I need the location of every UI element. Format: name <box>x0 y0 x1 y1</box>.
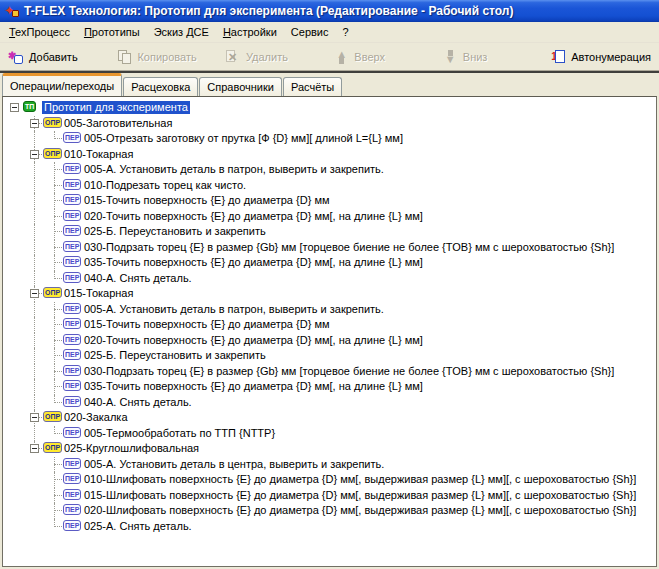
per-icon: ПЕР <box>63 365 81 376</box>
app-icon: ✦ <box>4 3 20 19</box>
window-title: T-FLEX Технология: Прототип для эксперим… <box>24 4 513 18</box>
collapse-toggle-icon[interactable] <box>30 444 39 453</box>
tree-node-label[interactable]: 030-Подрзать торец {E} в размер {Gb} мм … <box>82 365 616 378</box>
tree-node: ОПР015-Токарная <box>3 286 656 302</box>
collapse-toggle-icon[interactable] <box>30 413 39 422</box>
menu-item-servis[interactable]: Сервис <box>284 24 336 40</box>
tree-node-label[interactable]: 035-Точить поверхность {E} до диаметра {… <box>82 380 425 393</box>
per-icon: ПЕР <box>63 256 81 267</box>
per-icon: ПЕР <box>63 318 81 329</box>
tree-node-label[interactable]: 025-Б. Переустановить и закрепить <box>82 349 268 362</box>
collapse-toggle-icon[interactable] <box>30 289 39 298</box>
toolbar: ✱ДобавитьКопировать✕Удалить▲Вверх▼Вниз1А… <box>0 43 659 70</box>
tree-node-label[interactable]: 040-А. Снять деталь. <box>82 272 194 285</box>
tree-node-label[interactable]: 015-Точить поверхность {E} до диаметра {… <box>82 318 332 331</box>
tree-guide-line <box>34 178 35 194</box>
opr-icon: ОПР <box>43 442 62 453</box>
collapse-toggle-icon[interactable] <box>30 150 39 159</box>
tree-node-label[interactable]: 005-А. Установить деталь в патрон, вывер… <box>82 303 386 316</box>
tree-node-label[interactable]: 025-Круглошлифовальная <box>62 442 201 455</box>
opr-icon: ОПР <box>43 287 62 298</box>
title-bar: ✦ T-FLEX Технология: Прототип для экспер… <box>0 0 659 22</box>
menu-item-help[interactable]: ? <box>336 24 356 40</box>
tree-node: ПЕР005-Отрезать заготовку от прутка [Ф {… <box>3 131 656 147</box>
tree-node: ПЕР010-Подрезать торец как чисто. <box>3 178 656 194</box>
tab-routing[interactable]: Расцеховка <box>123 77 198 96</box>
per-icon: ПЕР <box>63 334 81 345</box>
tree-node-label[interactable]: 035-Точить поверхность {E} до диаметра {… <box>82 256 425 269</box>
tree-node: ПЕР025-Б. Переустановить и закрепить <box>3 348 656 364</box>
tree-node-label[interactable]: 010-Токарная <box>62 148 135 161</box>
tree-node-label[interactable]: Прототип для эксперимента <box>42 101 190 114</box>
toolbar-button-label: Удалить <box>246 51 288 63</box>
collapse-toggle-icon[interactable] <box>10 103 19 112</box>
tree: ТППрототип для экспериментаОПР005-Загото… <box>3 97 656 534</box>
tree-node: ПЕР035-Точить поверхность {E} до диаметр… <box>3 255 656 271</box>
tree-node: ПЕР030-Подрзать торец {E} в размер {Gb} … <box>3 240 656 256</box>
tree-node: ПЕР020-Точить поверхность {E} до диаметр… <box>3 209 656 225</box>
tree-guide-line <box>34 209 35 225</box>
tree-node-label[interactable]: 005-Термообработать по ТТП {NTTP} <box>82 427 277 440</box>
tree-node: ТППрототип для эксперимента <box>3 100 656 116</box>
tree-guide-line <box>34 364 35 380</box>
up-button[interactable]: ▲Вверх <box>329 45 437 68</box>
tree-node-label[interactable]: 015-Шлифовать поверхность {E} до диаметр… <box>82 489 638 502</box>
menu-bar: ТехПроцессПрототипыЭскиз ДСЕНастройкиСер… <box>0 22 659 43</box>
per-icon: ПЕР <box>63 241 81 252</box>
copy-icon <box>116 49 132 65</box>
menu-item-tehprocess[interactable]: ТехПроцесс <box>2 24 77 40</box>
per-icon: ПЕР <box>63 349 81 360</box>
tree-node-label[interactable]: 005-Отрезать заготовку от прутка [Ф {D} … <box>82 132 405 145</box>
collapse-toggle-icon[interactable] <box>30 119 39 128</box>
per-icon: ПЕР <box>63 210 81 221</box>
tree-guide-line <box>34 131 35 147</box>
tree-node-label[interactable]: 010-Шлифовать поверхность {E} до диаметр… <box>82 473 638 486</box>
tree-node-label[interactable]: 020-Точить поверхность {E} до диаметра {… <box>82 210 425 223</box>
tree-node-label[interactable]: 025-Б. Переустановить и закрепить <box>82 225 268 238</box>
menu-item-prototipy[interactable]: Прототипы <box>77 24 147 40</box>
tree-node-label[interactable]: 030-Подрзать торец {E} в размер {Gb} мм … <box>82 241 616 254</box>
tree-guide-line <box>34 317 35 333</box>
per-icon: ПЕР <box>63 163 81 174</box>
tree-node-label[interactable]: 015-Токарная <box>62 287 135 300</box>
tree-node-label[interactable]: 005-А. Установить деталь в центра, вывер… <box>82 458 386 471</box>
tree-node: ПЕР005-А. Установить деталь в патрон, вы… <box>3 162 656 178</box>
tree-guide-line <box>34 302 35 318</box>
tree-node: ОПР005-Заготовительная <box>3 116 656 132</box>
toolbar-button-label: Копировать <box>137 51 196 63</box>
tree-node-label[interactable]: 025-А. Снять деталь. <box>82 520 194 533</box>
tree-guide-line <box>34 162 35 178</box>
tree-node-label[interactable]: 005-А. Установить деталь в патрон, вывер… <box>82 163 386 176</box>
per-icon: ПЕР <box>63 225 81 236</box>
tree-node-label[interactable]: 020-Шлифовать поверхность {E} до диаметр… <box>82 504 638 517</box>
autonumber-button[interactable]: 1Автонумерация <box>546 45 655 68</box>
tree-node-label[interactable]: 005-Заготовительная <box>62 117 174 130</box>
tree-node: ПЕР015-Точить поверхность {E} до диаметр… <box>3 193 656 209</box>
tree-node-label[interactable]: 015-Точить поверхность {E} до диаметра {… <box>82 194 332 207</box>
tree-node-label[interactable]: 010-Подрезать торец как чисто. <box>82 179 248 192</box>
tree-node-label[interactable]: 020-Закалка <box>62 411 130 424</box>
tree-guide-line <box>34 240 35 256</box>
tree-node-label[interactable]: 040-А. Снять деталь. <box>82 396 194 409</box>
tree-node: ПЕР025-Б. Переустановить и закрепить <box>3 224 656 240</box>
tree-guide-line <box>34 255 35 271</box>
tree-node: ПЕР040-А. Снять деталь. <box>3 271 656 287</box>
delete-button[interactable]: ✕Удалить <box>221 45 329 68</box>
tab-references[interactable]: Справочники <box>199 77 282 96</box>
toolbar-button-label: Автонумерация <box>571 51 651 63</box>
menu-item-eskiz-dse[interactable]: Эскиз ДСЕ <box>147 24 216 40</box>
tree-node: ПЕР005-А. Установить деталь в патрон, вы… <box>3 302 656 318</box>
menu-item-nastroyki[interactable]: Настройки <box>216 24 284 40</box>
tab-calculations[interactable]: Расчёты <box>283 77 342 96</box>
tab-operations[interactable]: Операции/переходы <box>2 73 122 96</box>
app-window: ✦ T-FLEX Технология: Прототип для экспер… <box>0 0 659 569</box>
per-icon: ПЕР <box>63 458 81 469</box>
down-button[interactable]: ▼Вниз <box>438 45 546 68</box>
add-button[interactable]: ✱Добавить <box>4 45 112 68</box>
tree-guide-line <box>34 379 35 395</box>
add-icon: ✱ <box>8 49 24 65</box>
per-icon: ПЕР <box>63 132 81 143</box>
copy-button[interactable]: Копировать <box>112 45 220 68</box>
tree-node-label[interactable]: 020-Точить поверхность {E} до диаметра {… <box>82 334 425 347</box>
toolbar-button-label: Вверх <box>354 51 385 63</box>
